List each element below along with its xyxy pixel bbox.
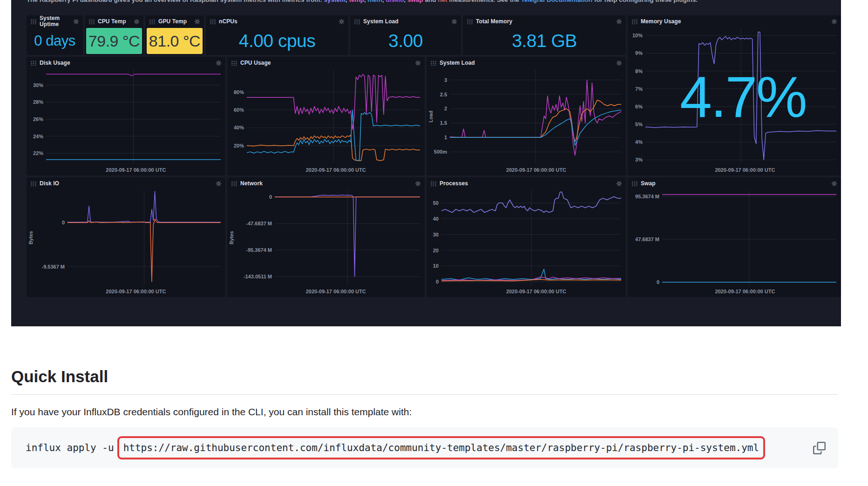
command-prefix: influx apply -u (26, 442, 114, 453)
gear-icon[interactable] (616, 181, 622, 187)
y-axis: 0-9.5367 M (34, 190, 68, 285)
dashboard-screenshot: The Raspberry Pi dashboard gives you an … (11, 0, 841, 326)
panel-title: CPU Usage (240, 60, 271, 66)
gear-icon[interactable] (216, 181, 222, 187)
command-url-annotation: https://raw.githubusercontent.com/influx… (117, 436, 765, 459)
y-axis: 80%60%40%20% (228, 70, 247, 163)
drag-handle-icon[interactable] (631, 19, 637, 24)
gear-icon[interactable] (831, 19, 837, 25)
chart-plot-area[interactable] (46, 70, 221, 163)
x-axis-label: 2020-09-17 06:00:00 UTC (257, 289, 415, 294)
x-axis-label: 2020-09-17 06:00:00 UTC (660, 289, 830, 294)
copy-icon (813, 442, 826, 454)
panel-title: System Load (440, 60, 475, 66)
drag-handle-icon[interactable] (210, 19, 216, 24)
panel-title: CPU Temp (98, 19, 126, 25)
panel-title: Disk Usage (40, 60, 70, 66)
panel-ncpus: nCPUs 4.00 cpus (206, 15, 348, 55)
x-axis-label: 2020-09-17 06:00:00 UTC (56, 289, 216, 294)
gear-icon[interactable] (415, 181, 421, 187)
panel-title: Total Memory (476, 19, 512, 25)
gear-icon[interactable] (616, 19, 622, 25)
drag-handle-icon[interactable] (30, 181, 36, 186)
chart-plot-area[interactable] (68, 190, 221, 285)
install-command-codeblock: influx apply -u https://raw.githubuserco… (11, 427, 838, 468)
panel-system-uptime: System Uptime 0 days (27, 15, 83, 55)
gear-icon[interactable] (194, 19, 200, 25)
panel-title: System Load (363, 19, 399, 25)
panel-title: Memory Usage (641, 19, 681, 25)
drag-handle-icon[interactable] (467, 19, 473, 24)
drag-handle-icon[interactable] (354, 19, 360, 24)
gear-icon[interactable] (73, 19, 79, 25)
stat-value: 3.81 GB (463, 29, 626, 52)
gear-icon[interactable] (451, 19, 457, 25)
panel-gpu-temp: GPU Temp 81.0 °C (145, 15, 204, 55)
panel-title: Processes (440, 181, 468, 187)
y-axis: 10%9%8%7%6%5%4%3% (629, 28, 645, 163)
drag-handle-icon[interactable] (231, 60, 237, 66)
gear-icon[interactable] (415, 60, 421, 66)
y-axis: 32.521.51500m (434, 70, 450, 163)
x-axis-label: 2020-09-17 06:00:00 UTC (660, 167, 830, 173)
gear-icon[interactable] (134, 19, 140, 25)
panel-disk-io: Disk IO Bytes 0-9.5367 M 2020-09-17 06:0… (27, 177, 225, 297)
stat-value: 81.0 °C (147, 28, 203, 54)
drag-handle-icon[interactable] (30, 19, 36, 24)
y-axis: 95.3674 M47.6837 M0 (629, 190, 662, 285)
drag-handle-icon[interactable] (430, 181, 436, 186)
stat-value: 3.00 (350, 29, 461, 52)
panel-title: GPU Temp (158, 19, 187, 25)
y-axis-unit-label: Bytes (228, 190, 235, 285)
y-axis-unit-label: Load (427, 70, 434, 163)
stat-value: 4.00 cpus (206, 29, 348, 52)
drag-handle-icon[interactable] (30, 60, 36, 66)
panel-swap: Swap 95.3674 M47.6837 M0 2020-09-17 06:0… (628, 177, 841, 297)
panel-total-memory: Total Memory 3.81 GB (463, 15, 626, 55)
chart-plot-area[interactable] (450, 70, 621, 163)
chart-plot-area[interactable] (247, 70, 420, 163)
panel-cpu-usage: CPU Usage 80%60%40%20% 2020-09-17 06:00:… (227, 57, 425, 176)
panel-processes: Processes 50403020100 2020-09-17 06:00:0… (427, 177, 626, 297)
drag-handle-icon[interactable] (631, 181, 637, 186)
panel-cpu-temp: CPU Temp 79.9 °C (85, 15, 143, 55)
drag-handle-icon[interactable] (88, 19, 95, 24)
x-axis-label: 2020-09-17 06:00:00 UTC (456, 289, 616, 294)
panel-system-load-stat: System Load 3.00 (350, 15, 461, 55)
drag-handle-icon[interactable] (149, 19, 155, 24)
drag-handle-icon[interactable] (430, 60, 436, 66)
panel-title: nCPUs (219, 19, 237, 25)
copy-button[interactable] (811, 440, 827, 456)
quick-install-heading: Quick Install (11, 366, 838, 395)
gear-icon[interactable] (216, 60, 222, 66)
gear-icon[interactable] (616, 60, 622, 66)
stat-value: 0 days (27, 29, 83, 52)
quick-install-paragraph: If you have your InfluxDB credentials co… (11, 406, 412, 418)
panel-title: System Uptime (40, 15, 73, 27)
panel-title: Network (240, 181, 263, 187)
chart-plot-area[interactable] (275, 190, 420, 285)
intro-text: The Raspberry Pi dashboard gives you an … (27, 0, 832, 3)
panel-memory-usage: Memory Usage 10%9%8%7%6%5%4%3% 4.7% 2020… (628, 15, 841, 176)
panel-disk-usage: Disk Usage 30%28%26%24%22% 2020-09-17 06… (27, 57, 225, 176)
panel-title: Disk IO (40, 181, 59, 187)
panel-system-load-chart: System Load Load 32.521.51500m 2020-09-1… (427, 57, 626, 176)
y-axis: 0-47.6837 M-95.3674 M-143.0511 M (235, 190, 275, 285)
chart-plot-area[interactable] (645, 28, 836, 163)
panel-network: Network Bytes 0-47.6837 M-95.3674 M-143.… (227, 177, 425, 297)
panel-title: Swap (641, 181, 656, 187)
stat-value: 79.9 °C (86, 28, 142, 54)
gear-icon[interactable] (831, 181, 837, 187)
x-axis-label: 2020-09-17 06:00:00 UTC (456, 167, 616, 173)
y-axis: 30%28%26%24%22% (27, 70, 46, 163)
chart-plot-area[interactable] (441, 190, 621, 285)
chart-plot-area[interactable] (662, 190, 836, 285)
y-axis-unit-label: Bytes (27, 190, 34, 285)
gear-icon[interactable] (339, 19, 345, 25)
drag-handle-icon[interactable] (231, 181, 237, 186)
x-axis-label: 2020-09-17 06:00:00 UTC (56, 167, 216, 173)
x-axis-label: 2020-09-17 06:00:00 UTC (257, 167, 415, 173)
y-axis: 50403020100 (427, 190, 441, 285)
